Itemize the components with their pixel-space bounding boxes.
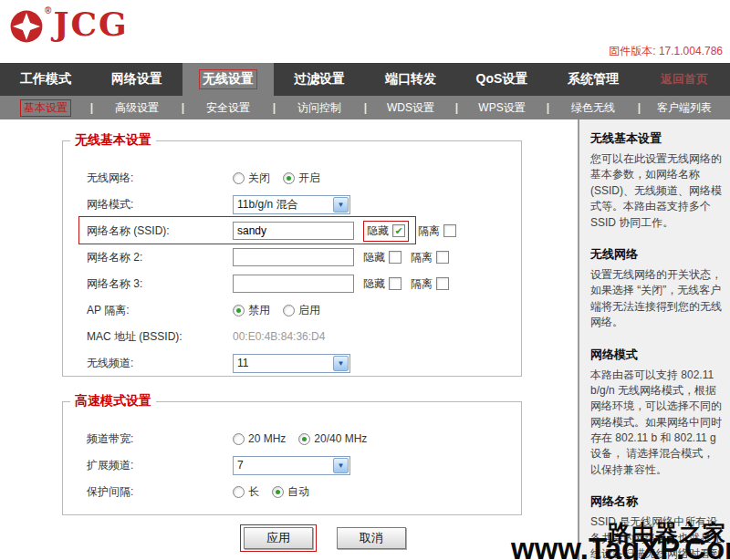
- help-section: 无线网络 设置无线网络的开关状态，如果选择 “关闭”，无线客户端将无法连接得到您…: [590, 246, 723, 331]
- ap-isolation-enable-radio[interactable]: 启用: [283, 303, 320, 318]
- ssid3-label: 网络名称 3:: [87, 276, 233, 292]
- guard-auto-radio[interactable]: 自动: [272, 484, 309, 500]
- ssid3-isolate-checkbox[interactable]: [436, 277, 449, 290]
- watermark-text-url: www.TagXP.Com: [511, 532, 730, 560]
- ap-isolation-disable-radio[interactable]: 禁用: [233, 303, 270, 318]
- bandwidth-2040mhz-radio[interactable]: 20/40 MHz: [298, 432, 367, 445]
- subnav-client-list[interactable]: 客户端列表: [639, 96, 730, 119]
- radio-circle-icon: [233, 486, 245, 498]
- subnav-basic-settings[interactable]: 基本设置: [0, 96, 91, 119]
- network-mode-select[interactable]: 11b/g/n 混合▼: [233, 195, 350, 214]
- help-section: 网络模式 本路由器可以支持 802.11 b/g/n 无线网络模式，根据网络环境…: [590, 347, 723, 479]
- wireless-basic-settings-title: 无线基本设置: [70, 132, 156, 149]
- high-speed-mode-fieldset: 高速模式设置 频道带宽: 20 MHz 20/40 MHz 扩展频道: 7▼ 保…: [62, 393, 522, 515]
- header: ® JCG 固件版本: 17.1.004.786: [0, 0, 730, 63]
- subnav-wps-settings[interactable]: WPS设置: [456, 96, 548, 119]
- channel-bandwidth-row: 频道带宽: 20 MHz 20/40 MHz: [87, 429, 521, 449]
- radio-circle-icon: [283, 172, 295, 184]
- hide-label: 隐藏: [363, 276, 385, 292]
- wireless-network-row: 无线网络: 关闭 开启: [87, 168, 521, 188]
- subnav-wds-settings[interactable]: WDS设置: [365, 96, 456, 119]
- nav-qos-settings[interactable]: QoS设置: [456, 63, 548, 96]
- jcg-logo: ® JCG: [9, 5, 129, 44]
- ssid3-isolate-group: 隔离: [411, 276, 449, 292]
- extension-channel-label: 扩展频道:: [87, 458, 233, 473]
- button-row: 应用 取消: [62, 524, 584, 552]
- ssid3-hide-group: 隐藏: [363, 276, 402, 292]
- return-home-link[interactable]: 返回首页: [639, 63, 730, 96]
- isolate-label: 隔离: [411, 276, 433, 292]
- apply-button[interactable]: 应用: [244, 527, 313, 549]
- guard-interval-row: 保护间隔: 长 自动: [87, 482, 521, 502]
- radio-circle-icon: [233, 433, 245, 445]
- subnav-advanced-settings[interactable]: 高级设置: [91, 96, 182, 119]
- router-admin-page: ® JCG 固件版本: 17.1.004.786 工作模式 网络设置 无线设置 …: [0, 0, 730, 560]
- network-mode-label: 网络模式:: [87, 197, 233, 213]
- ssid2-hide-checkbox[interactable]: [389, 251, 402, 264]
- high-speed-mode-title: 高速模式设置: [70, 393, 156, 410]
- isolate-label: 隔离: [411, 250, 433, 265]
- guard-interval-label: 保护间隔:: [87, 484, 233, 500]
- wireless-channel-select[interactable]: 11▼: [233, 354, 350, 373]
- wireless-on-radio[interactable]: 开启: [283, 171, 320, 186]
- ssid3-input[interactable]: [233, 275, 354, 293]
- ssid1-isolate-checkbox[interactable]: [443, 224, 456, 237]
- wireless-basic-settings-fieldset: 无线基本设置 无线网络: 关闭 开启 网络模式: 11b/g/n 混合▼ 网络名…: [62, 132, 522, 377]
- ap-isolation-row: AP 隔离: 禁用 启用: [87, 300, 521, 320]
- ssid1-label: 网络名称 (SSID):: [87, 223, 233, 239]
- subnav-green-wireless[interactable]: 绿色无线: [548, 96, 639, 119]
- extension-channel-row: 扩展频道: 7▼: [87, 455, 521, 475]
- ssid2-isolate-checkbox[interactable]: [436, 251, 449, 264]
- mac-address-label: MAC 地址 (BSSID):: [87, 329, 233, 345]
- network-mode-row: 网络模式: 11b/g/n 混合▼: [87, 194, 521, 214]
- ssid2-row: 网络名称 2: 隐藏 隔离: [87, 247, 521, 267]
- registered-mark: ®: [45, 5, 51, 16]
- radio-circle-icon: [233, 172, 245, 184]
- radio-circle-icon: [283, 305, 295, 316]
- isolate-label: 隔离: [418, 223, 440, 239]
- nav-port-forwarding[interactable]: 端口转发: [365, 63, 456, 96]
- radio-circle-icon: [233, 305, 245, 316]
- ssid1-hide-checkbox[interactable]: ✔: [392, 224, 405, 237]
- radio-circle-icon: [272, 486, 284, 498]
- channel-bandwidth-label: 频道带宽:: [87, 431, 233, 447]
- subnav-security-settings[interactable]: 安全设置: [182, 96, 274, 119]
- ssid3-hide-checkbox[interactable]: [389, 277, 402, 290]
- extension-channel-select[interactable]: 7▼: [233, 456, 350, 475]
- wireless-channel-row: 无线频道: 11▼: [87, 353, 521, 373]
- cancel-button[interactable]: 取消: [337, 527, 406, 549]
- nav-work-mode[interactable]: 工作模式: [0, 63, 91, 96]
- ssid2-isolate-group: 隔离: [411, 250, 449, 265]
- help-section: 无线基本设置 您可以在此设置无线网络的基本参数，如网络名称 (SSID)、无线频…: [590, 130, 723, 231]
- radio-circle-icon: [298, 433, 310, 445]
- dropdown-arrow-icon: ▼: [333, 458, 349, 473]
- apply-button-red-highlight: 应用: [240, 524, 317, 552]
- subnav-access-control[interactable]: 访问控制: [274, 96, 365, 119]
- ssid2-input[interactable]: [233, 248, 354, 266]
- mac-address-row: MAC 地址 (BSSID): 00:E0:4B:84:36:D4: [87, 327, 521, 347]
- hide-label: 隐藏: [367, 223, 389, 239]
- dropdown-arrow-icon: ▼: [333, 197, 349, 213]
- ssid3-row: 网络名称 3: 隐藏 隔离: [87, 274, 521, 294]
- ap-isolation-label: AP 隔离:: [87, 303, 233, 318]
- ssid1-row: 网络名称 (SSID): 隐藏 ✔ 隔离: [87, 221, 521, 241]
- nav-network-settings[interactable]: 网络设置: [91, 63, 182, 96]
- bandwidth-20mhz-radio[interactable]: 20 MHz: [233, 432, 286, 445]
- ssid2-label: 网络名称 2:: [87, 250, 233, 265]
- logo-text: JCG: [53, 5, 128, 42]
- ssid2-hide-group: 隐藏: [363, 250, 402, 265]
- wireless-off-radio[interactable]: 关闭: [233, 171, 270, 186]
- nav-system-management[interactable]: 系统管理: [548, 63, 639, 96]
- nav-wireless-settings[interactable]: 无线设置: [182, 63, 274, 96]
- ssid1-input[interactable]: [233, 222, 354, 240]
- sub-nav: 基本设置 高级设置 安全设置 访问控制 WDS设置 WPS设置 绿色无线 客户端…: [0, 96, 730, 119]
- dropdown-arrow-icon: ▼: [333, 356, 349, 371]
- ssid1-isolate-group: 隔离: [418, 223, 456, 239]
- main-form-area: 无线基本设置 无线网络: 关闭 开启 网络模式: 11b/g/n 混合▼ 网络名…: [0, 119, 578, 560]
- wireless-network-label: 无线网络:: [87, 171, 233, 186]
- nav-filter-settings[interactable]: 过滤设置: [274, 63, 365, 96]
- mac-address-value: 00:E0:4B:84:36:D4: [233, 330, 325, 343]
- guard-long-radio[interactable]: 长: [233, 484, 259, 500]
- help-sidebar: 无线基本设置 您可以在此设置无线网络的基本参数，如网络名称 (SSID)、无线频…: [578, 119, 730, 560]
- main-nav: 工作模式 网络设置 无线设置 过滤设置 端口转发 QoS设置 系统管理 返回首页: [0, 63, 730, 96]
